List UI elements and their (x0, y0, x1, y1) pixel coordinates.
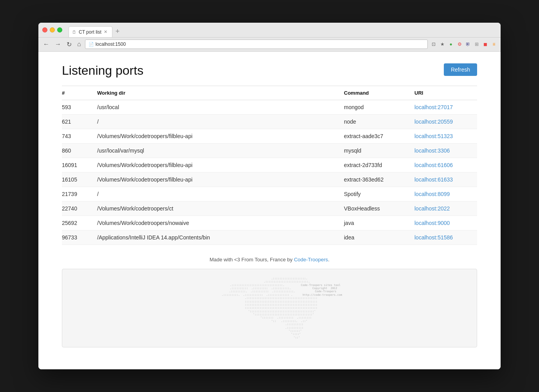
address-bar[interactable]: 📄 localhost:1500 (85, 40, 428, 49)
cell-uri: localhost:2022 (414, 201, 477, 216)
cell-workdir: /Volumes/Work/codetroopers/nowaive (97, 216, 344, 230)
table-row: 16091/Volumes/Work/codetroopers/filbleu-… (62, 158, 477, 172)
table-row: 621/nodelocalhost:20559 (62, 114, 477, 129)
cell-workdir: /Volumes/Work/codetroopers/filbleu-api (97, 129, 344, 143)
cell-workdir: /Applications/IntelliJ IDEA 14.app/Conte… (97, 230, 344, 245)
cell-command: Spotify (344, 187, 414, 201)
uri-link[interactable]: localhost:27017 (414, 104, 453, 110)
cell-command: extract-363ed62 (344, 172, 414, 187)
footer-link[interactable]: Code-Troopers (294, 257, 328, 263)
footer-text-before: Made with <3 From Tours, France by (210, 257, 294, 263)
uri-link[interactable]: localhost:51323 (414, 133, 453, 139)
browser-window: 🗒 CT port list ✕ + ← → ↻ ⌂ 📄 localhost:1… (38, 23, 501, 369)
cell-command: extract-aade3c7 (344, 129, 414, 143)
uri-link[interactable]: localhost:9000 (414, 220, 450, 226)
star-icon[interactable]: ★ (439, 41, 446, 48)
cell-num: 21739 (62, 187, 97, 201)
traffic-close-button[interactable] (42, 27, 47, 32)
uri-link[interactable]: localhost:61606 (414, 162, 453, 168)
cell-num: 96733 (62, 230, 97, 245)
tab-icon: 🗒 (72, 30, 76, 34)
tab-close-button[interactable]: ✕ (104, 29, 107, 34)
cell-workdir: /Volumes/Work/codetroopers/filbleu-api (97, 172, 344, 187)
cell-num: 16091 (62, 158, 97, 172)
ext-icon-6[interactable]: ≡ (490, 41, 497, 48)
cell-workdir: /Volumes/Work/codetroopers/filbleu-api (97, 158, 344, 172)
cell-workdir: /usr/local/var/mysql (97, 143, 344, 158)
uri-link[interactable]: localhost:51586 (414, 234, 453, 241)
table-row: 860/usr/local/var/mysqlmysqldlocalhost:3… (62, 143, 477, 158)
back-button[interactable]: ← (42, 40, 51, 49)
cell-workdir: /Volumes/Work/codetroopers/ct (97, 201, 344, 216)
cell-uri: localhost:51586 (414, 230, 477, 245)
ext-icon-3[interactable]: ⛨ (465, 41, 472, 48)
table-row: 743/Volumes/Work/codetroopers/filbleu-ap… (62, 129, 477, 143)
table-row: 22740/Volumes/Work/codetroopers/ctVBoxHe… (62, 201, 477, 216)
col-header-workdir: Working dir (97, 86, 344, 100)
new-tab-button[interactable]: + (112, 26, 123, 37)
reader-icon[interactable]: ⊡ (430, 41, 437, 48)
browser-titlebar: 🗒 CT port list ✕ + (38, 23, 501, 38)
refresh-button[interactable]: Refresh (444, 63, 477, 76)
cell-uri: localhost:61606 (414, 158, 477, 172)
cell-command: java (344, 216, 414, 230)
page-header: Listening ports Refresh (62, 63, 477, 78)
cell-num: 16105 (62, 172, 97, 187)
uri-link[interactable]: localhost:3306 (414, 147, 450, 154)
col-header-uri: URI (414, 86, 477, 100)
table-row: 593/usr/localmongodlocalhost:27017 (62, 100, 477, 114)
uri-link[interactable]: localhost:8099 (414, 191, 450, 197)
active-tab[interactable]: 🗒 CT port list ✕ (69, 26, 112, 37)
col-header-command: Command (344, 86, 414, 100)
col-header-num: # (62, 86, 97, 100)
home-button[interactable]: ⌂ (76, 40, 83, 49)
cell-command: idea (344, 230, 414, 245)
cell-uri: localhost:3306 (414, 143, 477, 158)
traffic-minimize-button[interactable] (50, 27, 55, 32)
browser-toolbar: ← → ↻ ⌂ 📄 localhost:1500 ⊡ ★ ● ⚙ ⛨ ⊞ ◼ ≡ (38, 38, 501, 52)
cell-num: 743 (62, 129, 97, 143)
cell-command: mysqld (344, 143, 414, 158)
traffic-maximize-button[interactable] (57, 27, 62, 32)
cell-uri: localhost:27017 (414, 100, 477, 114)
ext-icon-2[interactable]: ⚙ (456, 41, 463, 48)
page-title: Listening ports (62, 63, 143, 78)
cell-workdir: / (97, 187, 344, 201)
cell-command: node (344, 114, 414, 129)
cell-command: VBoxHeadless (344, 201, 414, 216)
ext-icon-5[interactable]: ◼ (482, 41, 489, 48)
cell-num: 25692 (62, 216, 97, 230)
cell-command: extract-2d733fd (344, 158, 414, 172)
cell-num: 860 (62, 143, 97, 158)
tab-bar: 🗒 CT port list ✕ + (69, 23, 123, 38)
table-row: 16105/Volumes/Work/codetroopers/filbleu-… (62, 172, 477, 187)
uri-link[interactable]: localhost:2022 (414, 205, 450, 212)
address-text: localhost:1500 (96, 41, 126, 47)
cell-uri: localhost:20559 (414, 114, 477, 129)
cell-workdir: /usr/local (97, 100, 344, 114)
table-row: 25692/Volumes/Work/codetroopers/nowaivej… (62, 216, 477, 230)
cell-uri: localhost:8099 (414, 187, 477, 201)
cell-uri: localhost:51323 (414, 129, 477, 143)
page-icon: 📄 (89, 42, 94, 47)
reload-button[interactable]: ↻ (65, 40, 73, 49)
uri-link[interactable]: localhost:61633 (414, 176, 453, 183)
cell-num: 22740 (62, 201, 97, 216)
footer-text: Made with <3 From Tours, France by Code-… (62, 257, 477, 263)
cell-uri: localhost:61633 (414, 172, 477, 187)
table-row: 21739/Spotifylocalhost:8099 (62, 187, 477, 201)
table-header-row: # Working dir Command URI (62, 86, 477, 100)
tab-title: CT port list (79, 29, 101, 35)
ext-icon-1[interactable]: ● (447, 41, 454, 48)
page-content: Listening ports Refresh # Working dir Co… (38, 52, 501, 369)
ports-table: # Working dir Command URI 593/usr/localm… (62, 86, 477, 245)
ascii-art-box: .::::::::::::::::::::. .::::::::::::::::… (62, 269, 477, 347)
footer-text-after: . (328, 257, 329, 263)
ext-icon-4[interactable]: ⊞ (473, 41, 480, 48)
cell-num: 621 (62, 114, 97, 129)
cell-command: mongod (344, 100, 414, 114)
toolbar-icons: ⊡ ★ ● ⚙ ⛨ ⊞ ◼ ≡ (430, 41, 497, 48)
forward-button[interactable]: → (53, 40, 63, 49)
uri-link[interactable]: localhost:20559 (414, 119, 453, 125)
cell-workdir: / (97, 114, 344, 129)
